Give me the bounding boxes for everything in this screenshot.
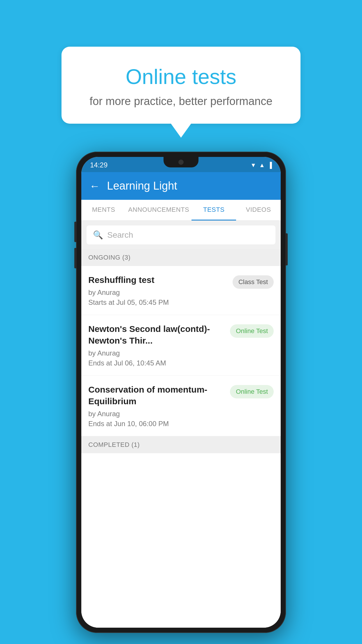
test-author: by Anurag bbox=[88, 349, 225, 357]
tab-ments[interactable]: MENTS bbox=[81, 200, 126, 220]
back-button[interactable]: ← bbox=[89, 180, 100, 192]
test-date: Ends at Jun 10, 06:00 PM bbox=[88, 420, 225, 428]
search-icon: 🔍 bbox=[93, 230, 103, 240]
speech-bubble: Online tests for more practice, better p… bbox=[61, 47, 301, 124]
phone-container: 14:29 ▼ ▲ ▐ ← Learning Light MENTS ANNOU… bbox=[76, 152, 286, 633]
speech-bubble-title: Online tests bbox=[85, 64, 277, 89]
test-title: Conservation of momentum-Equilibrium bbox=[88, 384, 225, 407]
speech-bubble-container: Online tests for more practice, better p… bbox=[61, 47, 301, 124]
tabs-container: MENTS ANNOUNCEMENTS TESTS VIDEOS bbox=[81, 200, 281, 221]
ongoing-section-header: ONGOING (3) bbox=[81, 249, 281, 266]
test-date: Ends at Jul 06, 10:45 AM bbox=[88, 359, 225, 367]
test-item[interactable]: Newton's Second law(contd)-Newton's Thir… bbox=[81, 315, 281, 376]
search-bar-container: 🔍 Search bbox=[81, 221, 281, 249]
tab-announcements[interactable]: ANNOUNCEMENTS bbox=[126, 200, 191, 220]
test-author: by Anurag bbox=[88, 288, 228, 297]
signal-icon: ▲ bbox=[259, 162, 265, 169]
speech-bubble-subtitle: for more practice, better performance bbox=[85, 95, 277, 108]
test-info: Reshuffling test by Anurag Starts at Jul… bbox=[88, 274, 228, 307]
test-author: by Anurag bbox=[88, 410, 225, 418]
test-info: Conservation of momentum-Equilibrium by … bbox=[88, 384, 225, 428]
tests-list: Reshuffling test by Anurag Starts at Jul… bbox=[81, 266, 281, 628]
phone-screen: 14:29 ▼ ▲ ▐ ← Learning Light MENTS ANNOU… bbox=[81, 157, 281, 628]
test-info: Newton's Second law(contd)-Newton's Thir… bbox=[88, 323, 225, 367]
battery-icon: ▐ bbox=[268, 162, 272, 169]
test-item[interactable]: Reshuffling test by Anurag Starts at Jul… bbox=[81, 266, 281, 315]
tab-tests[interactable]: TESTS bbox=[191, 200, 236, 220]
test-badge-class: Class Test bbox=[233, 275, 274, 289]
search-placeholder: Search bbox=[107, 230, 133, 240]
test-title: Reshuffling test bbox=[88, 274, 228, 286]
test-badge-online: Online Test bbox=[230, 324, 274, 338]
test-item[interactable]: Conservation of momentum-Equilibrium by … bbox=[81, 376, 281, 436]
phone-notch bbox=[164, 157, 198, 167]
wifi-icon: ▼ bbox=[250, 162, 256, 169]
status-icons: ▼ ▲ ▐ bbox=[250, 162, 272, 169]
completed-section-header: COMPLETED (1) bbox=[81, 436, 281, 453]
test-title: Newton's Second law(contd)-Newton's Thir… bbox=[88, 323, 225, 347]
power-button[interactable] bbox=[285, 233, 288, 265]
volume-up-button[interactable] bbox=[74, 222, 77, 242]
status-time: 14:29 bbox=[90, 161, 108, 169]
app-bar: ← Learning Light bbox=[81, 172, 281, 200]
tab-videos[interactable]: VIDEOS bbox=[236, 200, 281, 220]
app-bar-title: Learning Light bbox=[107, 180, 177, 192]
phone-frame: 14:29 ▼ ▲ ▐ ← Learning Light MENTS ANNOU… bbox=[76, 152, 286, 633]
camera-dot bbox=[178, 160, 184, 165]
test-date: Starts at Jul 05, 05:45 PM bbox=[88, 298, 228, 307]
search-bar[interactable]: 🔍 Search bbox=[87, 225, 275, 244]
test-badge-online-2: Online Test bbox=[230, 385, 274, 398]
volume-down-button[interactable] bbox=[74, 248, 77, 268]
